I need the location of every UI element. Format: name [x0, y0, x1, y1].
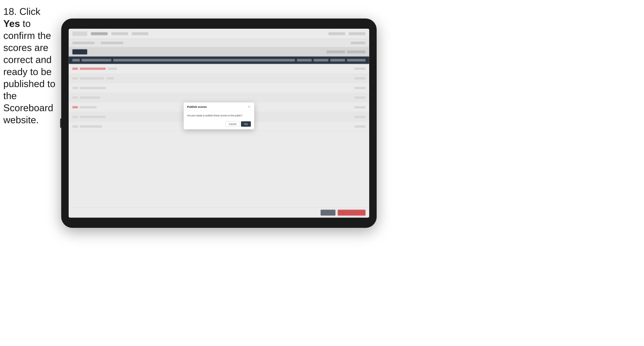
- modal-body: Are you ready to publish these scores to…: [184, 111, 254, 120]
- publish-scores-modal: Publish scores × Are you ready to publis…: [184, 102, 254, 129]
- tablet-device: ›: [61, 18, 377, 228]
- modal-title: Publish scores: [187, 105, 207, 108]
- modal-overlay: Publish scores × Are you ready to publis…: [69, 29, 369, 218]
- modal-message: Are you ready to publish these scores to…: [187, 114, 251, 117]
- yes-button[interactable]: Yes: [241, 121, 251, 127]
- cancel-button[interactable]: Cancel: [226, 121, 239, 127]
- modal-close-button[interactable]: ×: [247, 105, 251, 109]
- bold-yes: Yes: [3, 18, 20, 29]
- instruction-prefix: Click: [20, 6, 40, 17]
- modal-footer: Cancel Yes: [184, 120, 254, 129]
- instruction-text: 18. Click Yes to confirm the scores are …: [3, 5, 57, 126]
- tablet-screen: ›: [69, 29, 369, 218]
- modal-header: Publish scores ×: [184, 102, 254, 111]
- instruction-suffix: to confirm the scores are correct and re…: [3, 18, 55, 125]
- tablet-power-button: [60, 119, 61, 128]
- step-number: 18.: [3, 6, 17, 17]
